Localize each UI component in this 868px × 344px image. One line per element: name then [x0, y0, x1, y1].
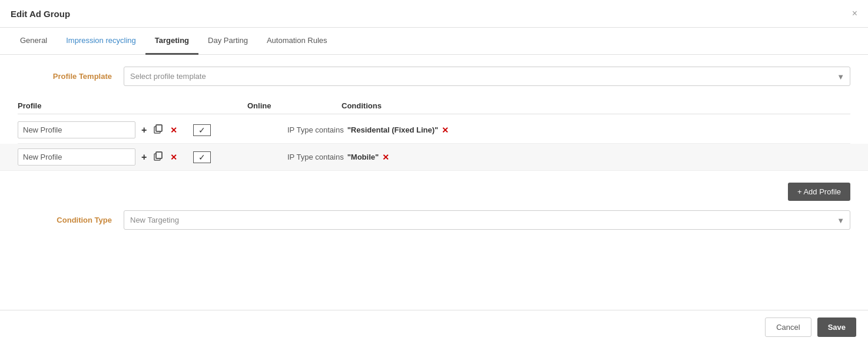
delete-row-button-1[interactable]: ✕ — [169, 124, 178, 136]
conditions-cell-2: IP Type contains "Mobile" ✕ — [287, 153, 850, 162]
conditions-cell-1: IP Type contains "Residental (Fixed Line… — [287, 125, 850, 135]
add-condition-button-2[interactable]: + — [140, 151, 148, 164]
modal-title: Edit Ad Group — [11, 9, 70, 19]
profile-template-wrap: Select profile template ▼ — [124, 67, 850, 86]
online-checkbox-2[interactable]: ✓ — [193, 151, 211, 163]
profile-template-select[interactable]: Select profile template — [124, 67, 850, 86]
condition-value-2: "Mobile" — [347, 153, 379, 161]
copy-row-button-1[interactable] — [153, 123, 164, 137]
profile-name-input-1[interactable] — [18, 121, 135, 138]
profiles-table: Profile Online Conditions + — [18, 98, 850, 171]
online-checkbox-1[interactable]: ✓ — [193, 124, 211, 136]
check-icon-1: ✓ — [198, 125, 206, 135]
condition-text-2: IP Type contains — [287, 153, 344, 161]
col-header-online: Online — [247, 101, 342, 110]
svg-rect-4 — [156, 152, 162, 158]
tab-bar: General Impression recycling Targeting D… — [0, 28, 868, 55]
row-actions-2: + ✕ — [140, 150, 193, 164]
online-cell-1: ✓ — [193, 124, 287, 136]
add-profile-button[interactable]: + Add Profile — [788, 183, 850, 201]
save-button[interactable]: Save — [817, 317, 856, 337]
tab-automation-rules[interactable]: Automation Rules — [257, 28, 337, 55]
copy-icon-2 — [154, 153, 163, 163]
copy-row-button-2[interactable] — [153, 150, 164, 164]
svg-rect-1 — [156, 125, 162, 131]
condition-text-1: IP Type contains — [287, 125, 344, 134]
col-header-conditions: Conditions — [342, 101, 850, 110]
profile-name-input-2[interactable] — [18, 148, 135, 166]
copy-icon-1 — [154, 124, 163, 134]
condition-value-1: "Residental (Fixed Line)" — [347, 125, 439, 134]
profile-template-label: Profile Template — [18, 72, 124, 81]
modal-footer: Cancel Save — [0, 310, 868, 344]
modal-body: Profile Template Select profile template… — [0, 55, 868, 310]
close-button[interactable]: × — [852, 8, 857, 19]
table-row: + ✕ ✓ — [0, 144, 868, 171]
col-header-profile: Profile — [18, 101, 194, 110]
modal-header: Edit Ad Group × — [0, 0, 868, 28]
table-row: + ✕ ✓ — [18, 117, 850, 144]
tab-impression-recycling[interactable]: Impression recycling — [57, 28, 145, 55]
delete-condition-button-1[interactable]: ✕ — [442, 125, 449, 135]
condition-type-row: Condition Type New Targeting ▼ — [18, 210, 850, 230]
tab-targeting[interactable]: Targeting — [145, 28, 198, 55]
condition-type-label: Condition Type — [18, 216, 124, 224]
online-cell-2: ✓ — [193, 151, 287, 163]
delete-row-button-2[interactable]: ✕ — [169, 151, 178, 163]
add-profile-row: + Add Profile — [18, 183, 850, 201]
tab-day-parting[interactable]: Day Parting — [198, 28, 257, 55]
check-icon-2: ✓ — [198, 153, 206, 162]
table-header: Profile Online Conditions — [18, 98, 850, 114]
cancel-button[interactable]: Cancel — [765, 317, 811, 337]
add-condition-button-1[interactable]: + — [140, 124, 148, 137]
delete-condition-button-2[interactable]: ✕ — [382, 153, 389, 162]
condition-type-select[interactable]: New Targeting — [124, 210, 850, 230]
condition-type-wrap: New Targeting ▼ — [124, 210, 850, 230]
row-actions-1: + ✕ — [140, 123, 193, 137]
modal: Edit Ad Group × General Impression recyc… — [0, 0, 868, 344]
tab-general[interactable]: General — [11, 28, 57, 55]
profile-template-row: Profile Template Select profile template… — [18, 67, 850, 86]
